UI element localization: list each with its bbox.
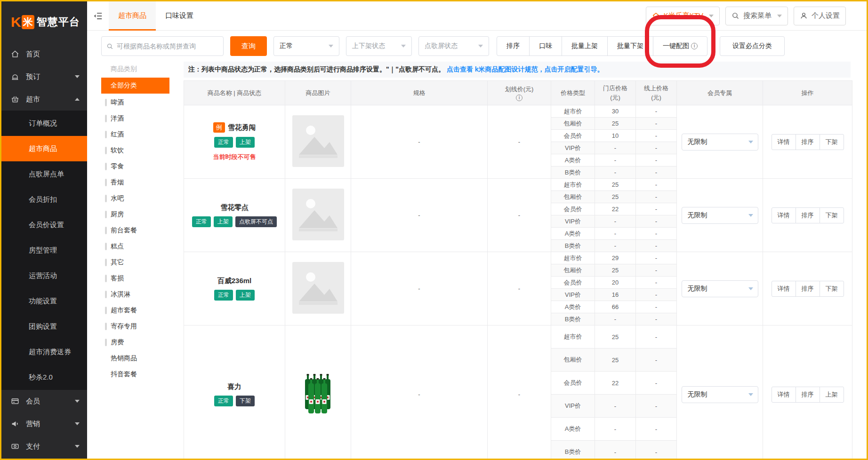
sidebar-subitem[interactable]: 超市消费送券 [1,339,87,365]
sidebar-subitem[interactable]: 房型管理 [1,238,87,263]
category-item[interactable]: 寄存专用 [101,318,169,334]
online-price-value: - [636,395,677,418]
one-click-image-button[interactable]: 一键配图i [653,36,707,56]
drag-handle-icon[interactable] [105,259,107,266]
status-select[interactable]: 正常 [273,36,339,56]
category-item[interactable]: 前台套餐 [101,222,169,238]
sidebar-subitem[interactable]: 运营活动 [1,263,87,288]
sidebar-item-home[interactable]: 首页 [1,43,87,65]
sidebar-subitem[interactable]: 功能设置 [1,288,87,314]
category-item[interactable]: 抖音套餐 [101,366,169,382]
drag-handle-icon[interactable] [105,179,107,186]
category-item[interactable]: 洋酒 [101,111,169,127]
batch-off-shelf-button[interactable]: 批量下架 [607,36,653,56]
category-item-all[interactable]: 全部分类 [101,78,169,94]
drag-handle-icon[interactable] [105,227,107,234]
member-select[interactable]: 无限制 [682,207,758,224]
drag-handle-icon[interactable] [105,115,107,122]
drag-handle-icon[interactable] [105,307,107,314]
drag-handle-icon[interactable] [105,163,107,170]
sidebar-item-marketing[interactable]: 营销 [1,412,87,435]
category-item[interactable]: 房费 [101,334,169,350]
taste-button[interactable]: 口味 [529,36,562,56]
drag-handle-icon[interactable] [105,131,107,138]
sidebar-item-payment[interactable]: 支付 [1,435,87,458]
category-item[interactable]: 啤酒 [101,95,169,111]
category-item[interactable]: 其它 [101,254,169,270]
drag-handle-icon[interactable] [105,339,107,346]
tab-taste-settings[interactable]: 口味设置 [156,1,203,31]
collapse-sidebar-icon[interactable] [87,11,109,21]
sidebar-subitem[interactable]: 点歌屏点单 [1,161,87,187]
sidebar-subitem[interactable]: 秒杀2.0 [1,365,87,390]
drag-handle-icon[interactable] [105,211,107,218]
category-item[interactable]: 热销商品 [101,350,169,366]
design-spec-link[interactable]: 点击查看 k米商品配图设计规范 [447,65,538,74]
drag-handle-icon[interactable] [105,323,107,330]
personal-settings-button[interactable]: 个人设置 [794,7,846,25]
config-guide-link[interactable]: 点击开启配置引导。 [545,65,604,74]
drag-handle-icon[interactable] [105,195,107,202]
search-input[interactable] [117,42,218,50]
sort-button[interactable]: 排序 [796,387,820,403]
shelf-status-select[interactable]: 上下架状态 [346,36,412,56]
online-price-value: - [636,372,677,395]
info-icon[interactable]: i [516,95,522,101]
category-item[interactable]: 香烟 [101,174,169,190]
drag-handle-icon[interactable] [105,147,107,154]
logo-k: K [11,14,21,30]
category-item[interactable]: 糕点 [101,238,169,254]
home-outline-icon [652,12,660,20]
chevron-down-icon [748,393,753,396]
venue-selector[interactable]: K米乐享KTV [646,7,720,25]
detail-button[interactable]: 详情 [772,134,796,150]
detail-button[interactable]: 详情 [772,207,796,223]
drag-handle-icon[interactable] [105,99,107,106]
sidebar-subitem[interactable]: 超市商品 [1,136,87,161]
category-item[interactable]: 水吧 [101,190,169,206]
sidebar-subitem[interactable]: 订单概况 [1,111,87,136]
price-type-label: 包厢价 [551,191,595,203]
category-item[interactable]: 冰淇淋 [101,286,169,302]
category-item[interactable]: 厨房 [101,206,169,222]
store-price-value: 22 [595,203,636,215]
category-item[interactable]: 零食 [101,159,169,174]
drag-handle-icon[interactable] [105,243,107,250]
status-tag: 下架 [236,396,255,406]
sidebar-item-supermarket[interactable]: 超市 [1,88,87,111]
sort-button[interactable]: 排序 [497,36,530,56]
chevron-down-icon [329,45,333,48]
sidebar-subitem[interactable]: 团购设置 [1,314,87,339]
detail-button[interactable]: 详情 [772,387,796,403]
sort-button[interactable]: 排序 [796,281,820,297]
member-select[interactable]: 无限制 [682,134,758,151]
sidebar-item-booking[interactable]: 预订 [1,65,87,88]
shelf-toggle-button[interactable]: 下架 [820,281,844,297]
sort-button[interactable]: 排序 [796,207,820,223]
info-icon[interactable]: i [691,43,698,49]
sidebar-item-member[interactable]: 会员 [1,390,87,412]
detail-button[interactable]: 详情 [772,281,796,297]
shelf-toggle-button[interactable]: 下架 [820,134,844,150]
member-select[interactable]: 无限制 [682,280,758,297]
category-item[interactable]: 软饮 [101,143,169,159]
song-screen-status-select[interactable]: 点歌屏状态 [418,36,489,56]
shelf-toggle-button[interactable]: 上架 [820,387,844,403]
set-required-category-button[interactable]: 设置必点分类 [720,36,785,56]
tab-supermarket-products[interactable]: 超市商品 [109,1,156,31]
category-item[interactable]: 超市套餐 [101,302,169,318]
category-item[interactable]: 红酒 [101,127,169,143]
drag-handle-icon[interactable] [105,291,107,298]
query-button[interactable]: 查询 [230,36,267,56]
batch-on-shelf-button[interactable]: 批量上架 [562,36,608,56]
sidebar-subitem[interactable]: 会员折扣 [1,187,87,212]
drag-handle-icon[interactable] [105,275,107,282]
member-select[interactable]: 无限制 [682,386,758,403]
sidebar-subitem[interactable]: 会员价设置 [1,212,87,238]
search-menu-selector[interactable]: 搜索菜单 [725,7,788,25]
product-image-cell [285,325,351,460]
sort-button[interactable]: 排序 [796,134,820,150]
shelf-toggle-button[interactable]: 下架 [820,207,844,223]
image-placeholder-icon [292,262,344,314]
category-item[interactable]: 客损 [101,270,169,286]
